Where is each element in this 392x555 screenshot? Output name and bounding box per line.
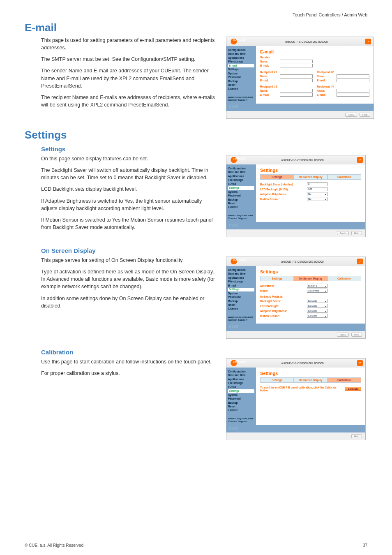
help-button[interactable]: Help: [360, 113, 370, 117]
nav-item[interactable]: License: [228, 307, 254, 310]
section-r2: Recipient #2: [317, 71, 369, 74]
nav-item[interactable]: Backup: [228, 300, 254, 303]
tab-osd[interactable]: On Screen Display: [294, 174, 327, 180]
nav-item-active[interactable]: Settings: [228, 186, 254, 190]
select-mode[interactable]: Advanced: [307, 289, 327, 293]
select-activation[interactable]: Button 1: [307, 284, 327, 288]
select-ms[interactable]: Editable: [307, 314, 327, 318]
nav-item[interactable]: Settings: [228, 68, 254, 71]
nav-item[interactable]: File storage: [228, 280, 254, 283]
nav-item[interactable]: Applications: [228, 276, 254, 280]
input-sender-name[interactable]: [280, 60, 313, 63]
nav-item[interactable]: E-mail: [228, 284, 254, 287]
nav-item[interactable]: License: [228, 206, 254, 209]
input-r4-name[interactable]: [337, 89, 369, 92]
nav-link-support[interactable]: Contact Support: [228, 217, 254, 220]
select-motion[interactable]: No: [307, 197, 327, 201]
tab-calibration[interactable]: Calibration: [327, 377, 361, 383]
help-button[interactable]: Help: [351, 231, 362, 235]
nav-item[interactable]: Configuration: [228, 370, 254, 373]
nav-item-active[interactable]: Settings: [228, 288, 254, 291]
nav-item[interactable]: E-mail: [228, 386, 254, 389]
apply-button[interactable]: Apply: [337, 231, 349, 235]
nav-item[interactable]: Applications: [228, 56, 254, 60]
select-lcdb[interactable]: Editable: [307, 304, 327, 308]
row-settings: On this page some display features can b…: [25, 155, 367, 237]
nav-item[interactable]: Password: [228, 397, 254, 400]
nav-item[interactable]: License: [228, 409, 254, 412]
nav-item[interactable]: Configuration: [228, 49, 254, 52]
footer-copyright: © CUE, a.s. All Rights Reserved.: [25, 543, 85, 548]
tab-settings[interactable]: Settings: [260, 377, 294, 383]
select-bls[interactable]: Editable: [307, 299, 327, 303]
nav-item[interactable]: Backup: [228, 401, 254, 405]
nav-item[interactable]: System: [228, 72, 254, 75]
nav-item[interactable]: Backup: [228, 80, 254, 83]
nav-item[interactable]: Date and time: [228, 374, 254, 377]
nav-item[interactable]: Applications: [228, 378, 254, 381]
apply-button[interactable]: Apply: [337, 333, 349, 337]
input-r2-name[interactable]: [337, 74, 369, 78]
input-lcd-backlight[interactable]: 100: [307, 187, 327, 191]
nav-item[interactable]: Password: [228, 194, 254, 197]
nav-item-active[interactable]: E-mail: [228, 64, 254, 67]
nav-item[interactable]: Date and time: [228, 272, 254, 275]
nav-item[interactable]: Reset: [228, 405, 254, 408]
nav-link-site[interactable]: www.cuesystem.com: [228, 214, 254, 217]
nav-item[interactable]: System: [228, 393, 254, 397]
nav-item-active[interactable]: Settings: [228, 389, 254, 393]
calibrate-button[interactable]: Calibrate: [345, 387, 361, 391]
nav-item[interactable]: Configuration: [228, 167, 254, 170]
nav-item[interactable]: Applications: [228, 175, 254, 178]
input-r2-email[interactable]: [337, 79, 369, 82]
apply-button[interactable]: Apply: [345, 113, 357, 117]
input-r3-name[interactable]: [280, 89, 313, 92]
nav-item[interactable]: System: [228, 190, 254, 194]
panel-title: Settings: [260, 168, 361, 173]
nav-item[interactable]: Reset: [228, 83, 254, 87]
input-r1-name[interactable]: [280, 74, 313, 78]
nav-item[interactable]: System: [228, 292, 254, 295]
input-r4-email[interactable]: [337, 93, 369, 97]
nav-item[interactable]: Password: [228, 296, 254, 299]
subheading-osd: On Screen Display: [41, 247, 367, 254]
input-backlight-saver[interactable]: 0: [307, 182, 327, 186]
nav-link-support[interactable]: Contact Support: [228, 99, 254, 101]
breadcrumb: Touch Panel Controllers / Admin Web: [25, 12, 367, 17]
nav-link-site[interactable]: www.cuesystem.com: [228, 417, 254, 420]
nav-item[interactable]: Date and time: [228, 52, 254, 56]
nav-item[interactable]: Backup: [228, 198, 254, 201]
tab-osd[interactable]: On Screen Display: [294, 276, 327, 281]
input-r3-email[interactable]: [280, 93, 313, 97]
screenshot-calibration: uniCUE-7-B CS0308.002.000000 7 Configura…: [226, 358, 366, 440]
nav-link-site[interactable]: www.cuesystem.com: [228, 316, 254, 318]
select-adaptive[interactable]: No: [307, 192, 327, 196]
nav-item[interactable]: Configuration: [228, 268, 254, 272]
nav-link-site[interactable]: www.cuesystem.com: [228, 96, 254, 98]
select-ab[interactable]: Editable: [307, 309, 327, 313]
help-button[interactable]: Help: [351, 333, 362, 337]
nav-item[interactable]: Reset: [228, 303, 254, 307]
nav-item[interactable]: License: [228, 87, 254, 90]
help-button[interactable]: Help: [351, 434, 362, 438]
tab-osd[interactable]: On Screen Display: [294, 377, 327, 383]
input-sender-email[interactable]: [280, 64, 313, 67]
tab-settings[interactable]: Settings: [260, 174, 294, 180]
nav-link-support[interactable]: Contact Support: [228, 319, 254, 321]
para: For proper calibration use a stylus.: [41, 370, 218, 377]
input-r1-email[interactable]: [280, 79, 313, 82]
nav-item[interactable]: File storage: [228, 178, 254, 182]
label-activation: Activation:: [260, 284, 305, 287]
para: In addition some settings done by On Scr…: [41, 295, 218, 310]
device-id: uniCUE-7-B CS0308.002.000000: [248, 260, 357, 263]
tab-calibration[interactable]: Calibration: [327, 276, 361, 281]
nav-item[interactable]: Reset: [228, 202, 254, 205]
nav-item[interactable]: File storage: [228, 382, 254, 385]
nav-link-support[interactable]: Contact Support: [228, 420, 254, 423]
nav-item[interactable]: Password: [228, 76, 254, 79]
nav-item[interactable]: Date and time: [228, 171, 254, 174]
nav-item[interactable]: File storage: [228, 60, 254, 63]
tab-calibration[interactable]: Calibration: [327, 174, 361, 180]
nav-item[interactable]: E-mail: [228, 183, 254, 186]
tab-settings[interactable]: Settings: [260, 276, 294, 281]
